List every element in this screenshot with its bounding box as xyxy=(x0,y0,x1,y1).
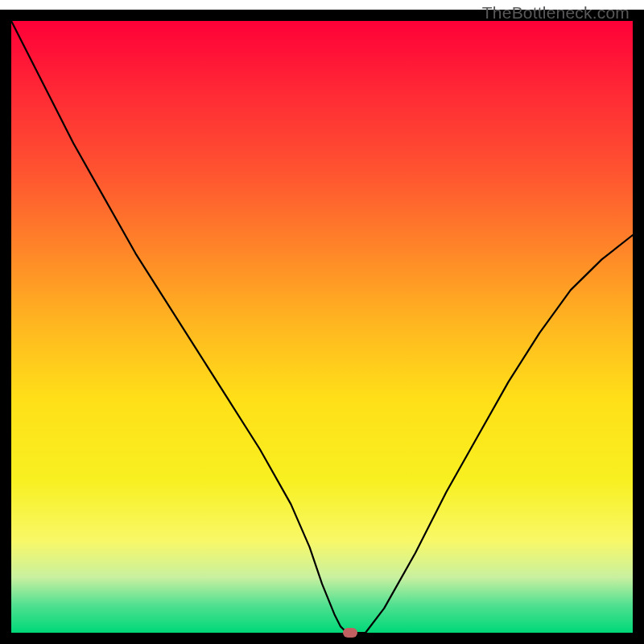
optimal-point-marker xyxy=(343,628,357,638)
plot-background xyxy=(11,21,633,633)
bottleneck-chart: TheBottleneck.com xyxy=(0,0,644,644)
watermark-text: TheBottleneck.com xyxy=(482,3,630,23)
chart-svg xyxy=(0,0,644,644)
